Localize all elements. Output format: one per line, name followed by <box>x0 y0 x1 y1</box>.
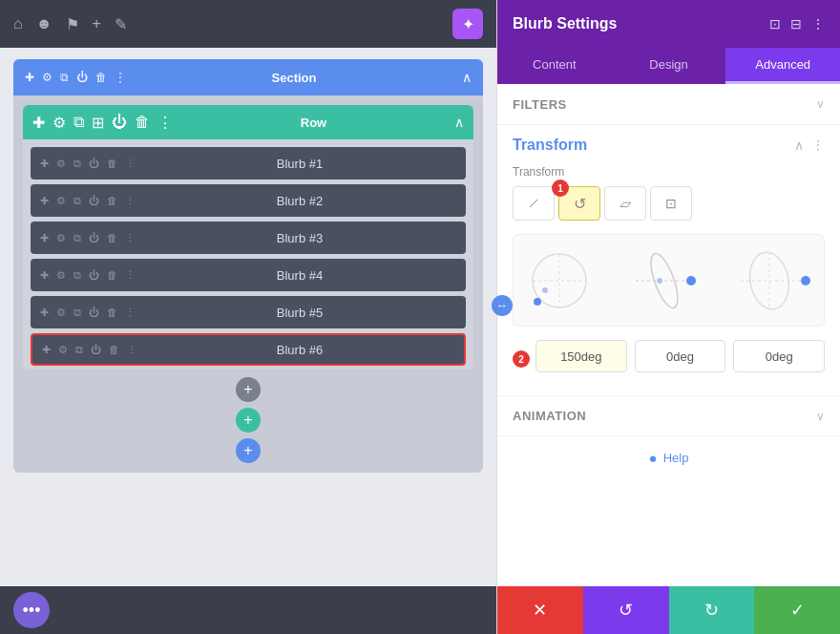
animation-section-header[interactable]: Animation ∨ <box>497 395 840 435</box>
module-row-6[interactable]: ✚ ⚙ ⧉ ⏻ 🗑 ⋮ Blurb #6 <box>31 333 466 366</box>
edit-icon[interactable]: ✎ <box>115 15 127 33</box>
mod4-move[interactable]: ✚ <box>40 269 49 282</box>
mod1-delete[interactable]: 🗑 <box>107 158 117 169</box>
undo-button[interactable]: ↺ <box>583 586 669 634</box>
mod4-more[interactable]: ⋮ <box>125 269 136 282</box>
mod5-dup[interactable]: ⧉ <box>74 306 81 319</box>
transform-btn-origin[interactable]: ⟋ <box>513 186 555 221</box>
mod6-label: Blurb #6 <box>145 343 454 357</box>
row-toggle-icon[interactable]: ⏻ <box>112 114 127 131</box>
section-more-icon[interactable]: ⋮ <box>115 71 126 84</box>
svg-point-12 <box>801 276 810 285</box>
mod5-delete[interactable]: 🗑 <box>107 306 117 318</box>
mod6-settings[interactable]: ⚙ <box>58 344 68 356</box>
transform-collapse-icon[interactable]: ∧ <box>794 137 804 153</box>
section-chevron[interactable]: ∧ <box>462 70 472 85</box>
tab-advanced[interactable]: Advanced <box>725 48 840 84</box>
module-row-5[interactable]: ✚ ⚙ ⧉ ⏻ 🗑 ⋮ Blurb #5 <box>31 296 466 328</box>
transform-btn-skew[interactable]: ▱ <box>604 186 646 221</box>
row-block: ✚ ⚙ ⧉ ⊞ ⏻ 🗑 ⋮ Row ∧ ✚ ⚙ ⧉ ⏻ <box>23 105 473 370</box>
mod1-toggle[interactable]: ⏻ <box>89 158 99 169</box>
add-section-button[interactable]: + <box>236 438 261 463</box>
module-row-2[interactable]: ✚ ⚙ ⧉ ⏻ 🗑 ⋮ Blurb #2 <box>31 184 466 217</box>
mod6-more[interactable]: ⋮ <box>127 344 137 356</box>
module-row-1[interactable]: ✚ ⚙ ⧉ ⏻ 🗑 ⋮ Blurb #1 <box>31 147 466 180</box>
mod3-delete[interactable]: 🗑 <box>107 232 117 243</box>
mod6-dup[interactable]: ⧉ <box>75 344 83 356</box>
mod5-more[interactable]: ⋮ <box>125 306 136 319</box>
paint-icon[interactable]: ☻ <box>36 15 52 32</box>
transform-btn-rotate[interactable]: 1 ↺ <box>558 186 600 221</box>
mod2-move[interactable]: ✚ <box>40 195 49 207</box>
mod2-settings[interactable]: ⚙ <box>56 195 66 207</box>
transform-more-icon[interactable]: ⋮ <box>811 137 825 153</box>
panel-collapse-icon[interactable]: ⊟ <box>790 16 802 32</box>
mod4-settings[interactable]: ⚙ <box>56 269 66 282</box>
cancel-button[interactable]: ✕ <box>497 586 583 634</box>
mod2-dup[interactable]: ⧉ <box>74 195 81 207</box>
animation-label: Animation <box>513 409 816 423</box>
panel-more-icon[interactable]: ⋮ <box>811 16 825 32</box>
row-duplicate-icon[interactable]: ⧉ <box>74 114 84 131</box>
row-settings-icon[interactable]: ⚙ <box>52 114 66 132</box>
add-icon[interactable]: + <box>93 15 101 32</box>
module-row-3[interactable]: ✚ ⚙ ⧉ ⏻ 🗑 ⋮ Blurb #3 <box>31 222 466 254</box>
tab-design[interactable]: Design <box>612 48 726 84</box>
star-button[interactable]: ✦ <box>452 9 483 39</box>
mod6-toggle[interactable]: ⏻ <box>91 344 101 355</box>
row-add-icon[interactable]: ✚ <box>32 114 45 132</box>
mod1-dup[interactable]: ⧉ <box>74 158 81 170</box>
mod2-more[interactable]: ⋮ <box>125 195 136 207</box>
mod6-move[interactable]: ✚ <box>42 344 51 356</box>
mod2-toggle[interactable]: ⏻ <box>89 195 99 206</box>
transform-section-header: Transform ∧ ⋮ <box>513 137 825 154</box>
panel-body: Filters ∨ Transform ∧ ⋮ Transform ⟋ 1 <box>497 84 840 586</box>
transform-input-z[interactable] <box>733 340 825 372</box>
redo-button[interactable]: ↻ <box>669 586 755 634</box>
panel-expand-icon[interactable]: ⊡ <box>769 16 781 32</box>
svg-point-4 <box>542 287 548 293</box>
svg-point-8 <box>657 278 662 284</box>
mod6-delete[interactable]: 🗑 <box>109 344 119 355</box>
mod1-more[interactable]: ⋮ <box>125 158 136 170</box>
help-row: ● Help <box>497 435 840 479</box>
home-icon[interactable]: ⌂ <box>13 15 23 32</box>
mod5-toggle[interactable]: ⏻ <box>89 306 99 318</box>
save-icon: ✓ <box>790 600 805 621</box>
mod5-move[interactable]: ✚ <box>40 306 49 319</box>
menu-button[interactable]: ••• <box>13 592 50 628</box>
save-button[interactable]: ✓ <box>754 586 840 634</box>
section-settings-icon[interactable]: ⚙ <box>42 71 52 84</box>
resize-handle[interactable]: ↔ <box>492 295 513 316</box>
section-add-icon[interactable]: ✚ <box>25 71 34 84</box>
help-label[interactable]: Help <box>663 451 689 465</box>
mod5-settings[interactable]: ⚙ <box>56 306 66 319</box>
add-module-button[interactable]: + <box>236 377 261 402</box>
row-chevron[interactable]: ∧ <box>454 115 464 130</box>
mod4-delete[interactable]: 🗑 <box>107 269 117 281</box>
module-row-4[interactable]: ✚ ⚙ ⧉ ⏻ 🗑 ⋮ Blurb #4 <box>31 259 466 291</box>
row-more-icon[interactable]: ⋮ <box>158 114 173 132</box>
mod3-settings[interactable]: ⚙ <box>56 232 66 244</box>
flag-icon[interactable]: ⚑ <box>66 15 79 33</box>
mod3-toggle[interactable]: ⏻ <box>89 232 99 243</box>
add-row-button[interactable]: + <box>236 408 261 433</box>
row-columns-icon[interactable]: ⊞ <box>92 114 104 132</box>
section-duplicate-icon[interactable]: ⧉ <box>60 71 69 84</box>
mod3-dup[interactable]: ⧉ <box>74 232 81 244</box>
transform-input-x[interactable] <box>536 340 627 372</box>
filters-header[interactable]: Filters ∨ <box>497 84 840 124</box>
tab-content[interactable]: Content <box>497 48 612 84</box>
mod1-settings[interactable]: ⚙ <box>56 158 66 170</box>
row-delete-icon[interactable]: 🗑 <box>135 114 150 131</box>
mod4-toggle[interactable]: ⏻ <box>89 269 99 281</box>
mod1-move[interactable]: ✚ <box>40 158 49 170</box>
transform-btn-scale[interactable]: ⊡ <box>650 186 692 221</box>
transform-input-y[interactable] <box>635 340 726 372</box>
mod4-dup[interactable]: ⧉ <box>74 269 81 282</box>
mod3-more[interactable]: ⋮ <box>125 232 136 244</box>
section-toggle-icon[interactable]: ⏻ <box>76 71 88 84</box>
section-delete-icon[interactable]: 🗑 <box>95 71 107 84</box>
mod2-delete[interactable]: 🗑 <box>107 195 117 206</box>
mod3-move[interactable]: ✚ <box>40 232 49 244</box>
